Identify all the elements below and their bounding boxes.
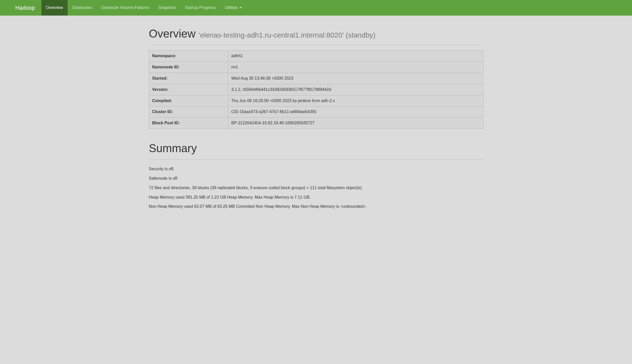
table-row: Started: Wed Aug 30 13:46:38 +0300 2023 <box>149 73 483 84</box>
nav-label: Startup Progress <box>185 5 215 11</box>
nav-label: Overview <box>46 5 63 11</box>
table-row: Compiled: Thu Jun 08 16:25:00 +0300 2023… <box>149 95 483 106</box>
nav-item-snapshot[interactable]: Snapshot <box>154 0 180 16</box>
table-row: Cluster ID: CID-15aac973-a267-47b7-8b11-… <box>149 106 483 118</box>
summary-security: Security is off. <box>149 166 483 172</box>
overview-title-text: Overview <box>149 27 196 40</box>
row-value: Wed Aug 30 13:46:38 +0300 2023 <box>228 73 483 84</box>
nav-item-datanode-volume-failures[interactable]: Datanode Volume Failures <box>96 0 154 16</box>
brand-link[interactable]: Hadoop <box>15 0 39 16</box>
row-value: BP-2122642454-10.92.18.48-1690205635727 <box>228 118 483 129</box>
row-label: Cluster ID: <box>149 106 228 118</box>
nav-item-datanodes[interactable]: Datanodes <box>68 0 96 16</box>
row-label: Namenode ID: <box>149 62 228 73</box>
top-navbar: Hadoop Overview Datanodes Datanode Volum… <box>0 0 632 16</box>
row-value: CID-15aac973-a267-47b7-8b11-a46fdae54355 <box>228 106 483 118</box>
nav-label: Snapshot <box>159 5 176 11</box>
nav-list: Overview Datanodes Datanode Volume Failu… <box>41 0 247 16</box>
nav-label: Datanode Volume Failures <box>101 5 149 11</box>
summary-header: Summary <box>149 140 483 160</box>
row-value: adhh1 <box>228 51 483 62</box>
overview-header: Overview 'elenas-testing-adh1.ru-central… <box>149 26 483 45</box>
nav-item-startup-progress[interactable]: Startup Progress <box>180 0 220 16</box>
overview-subtitle: 'elenas-testing-adh1.ru-central1.interna… <box>199 31 375 39</box>
row-label: Block Pool ID: <box>149 118 228 129</box>
main-container: Overview 'elenas-testing-adh1.ru-central… <box>145 26 487 210</box>
nav-label: Datanodes <box>72 5 92 11</box>
summary-body: Security is off. Safemode is off. 72 fil… <box>149 166 483 210</box>
summary-title: Summary <box>149 140 483 156</box>
page-title: Overview 'elenas-testing-adh1.ru-central… <box>149 26 483 42</box>
table-row: Block Pool ID: BP-2122642454-10.92.18.48… <box>149 118 483 129</box>
row-value: Thu Jun 08 16:25:00 +0300 2023 by jenkin… <box>228 95 483 106</box>
table-row: Namenode ID: nn1 <box>149 62 483 73</box>
row-value: 3.1.2, r9340ef6b441c34382d593b517f677f81… <box>228 84 483 95</box>
summary-nonheap: Non Heap Memory used 62.07 MB of 63.25 M… <box>149 204 483 210</box>
caret-down-icon <box>239 7 242 8</box>
row-label: Started: <box>149 73 228 84</box>
table-row: Version: 3.1.2, r9340ef6b441c34382d593b5… <box>149 84 483 95</box>
nav-item-overview[interactable]: Overview <box>41 0 68 16</box>
summary-heap: Heap Memory used 381.25 MB of 1.22 GB He… <box>149 195 483 200</box>
nav-label: Utilities <box>225 5 238 11</box>
summary-filesystem: 72 files and directories, 39 blocks (39 … <box>149 185 483 191</box>
overview-table: Namespace: adhh1 Namenode ID: nn1 Starte… <box>149 50 483 129</box>
row-label: Compiled: <box>149 95 228 106</box>
summary-safemode: Safemode is off. <box>149 176 483 181</box>
table-row: Namespace: adhh1 <box>149 51 483 62</box>
nav-item-utilities[interactable]: Utilities <box>220 0 247 16</box>
row-label: Version: <box>149 84 228 95</box>
row-label: Namespace: <box>149 51 228 62</box>
row-value: nn1 <box>228 62 483 73</box>
